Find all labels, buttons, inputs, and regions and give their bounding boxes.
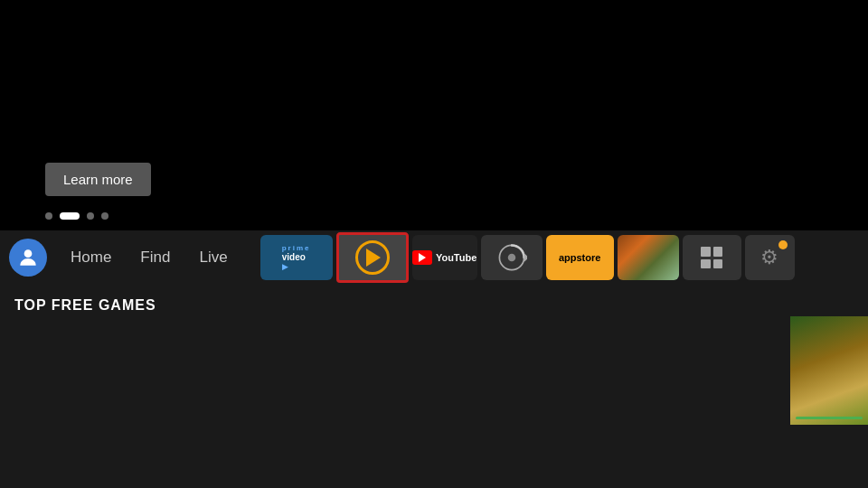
video-label: video [282,252,306,262]
game-card-preview[interactable] [790,316,868,425]
nav-live[interactable]: Live [184,241,241,274]
app-game[interactable] [618,235,679,280]
notification-dot [778,240,788,249]
nav-home[interactable]: Home [56,241,126,274]
app-prime-video[interactable]: prime video ▶ [260,235,333,280]
avatar[interactable] [9,239,47,277]
apps-row: prime video ▶ YouTube [260,232,859,283]
dot-1[interactable] [45,212,52,220]
user-icon [16,246,40,269]
section-title: TOP FREE GAMES [14,297,854,314]
svg-marker-2 [524,253,526,262]
hero-section: Learn more [0,0,868,230]
app-youtube[interactable]: YouTube [412,235,477,280]
dot-4[interactable] [101,212,108,220]
grid-cell-3 [701,259,711,269]
youtube-icon [412,250,432,265]
grid-cell-4 [713,259,723,269]
navigation-bar: Home Find Live prime video ▶ YouTu [0,230,868,285]
app-rotation[interactable] [481,235,542,280]
play-triangle-icon [366,249,381,267]
svg-point-3 [507,254,515,262]
prime-arrow: ▶ [282,262,288,271]
app-settings[interactable]: ⚙ [745,235,795,280]
prime-label: prime [282,244,311,252]
gear-icon: ⚙ [760,246,778,269]
app-grid[interactable] [683,235,741,280]
game-thumbnail [618,235,679,280]
nav-find[interactable]: Find [126,241,184,274]
youtube-logo: YouTube [412,250,476,265]
appstore-label: appstore [559,252,600,263]
learn-more-button[interactable]: Learn more [45,163,151,196]
grid-cell-1 [701,247,711,257]
content-area: TOP FREE GAMES [0,285,868,488]
play-circle [355,240,390,275]
game-card-thumbnail [790,316,868,425]
app-appstore[interactable]: appstore [546,235,614,280]
grid-icon [701,247,722,268]
rotation-icon [496,242,527,273]
svg-point-0 [24,249,33,258]
app-play-button[interactable] [336,232,409,283]
youtube-play-icon [419,253,426,262]
youtube-label: YouTube [436,252,476,263]
carousel-dots [45,212,108,220]
dot-3[interactable] [87,212,94,220]
nav-links: Home Find Live [56,241,242,274]
grid-cell-2 [713,247,723,257]
dot-2[interactable] [60,212,80,220]
prime-video-logo: prime video ▶ [277,240,316,275]
